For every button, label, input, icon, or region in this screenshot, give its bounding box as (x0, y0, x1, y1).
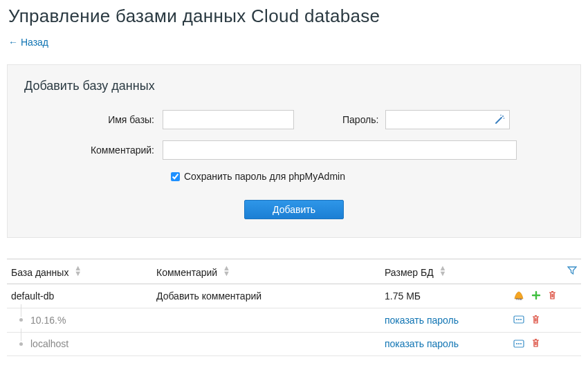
svg-text:PMA: PMA (516, 297, 522, 300)
comment-label: Комментарий: (24, 145, 163, 156)
table-row: default-db Добавить комментарий 1.75 МБ … (7, 284, 581, 308)
svg-point-1 (501, 115, 502, 116)
filter-icon[interactable] (567, 266, 577, 277)
save-password-label: Сохранить пароль для phpMyAdmin (184, 171, 345, 182)
svg-point-10 (518, 343, 520, 344)
svg-point-9 (516, 343, 517, 344)
delete-icon[interactable] (531, 338, 540, 350)
show-password-link[interactable]: показать пароль (385, 315, 459, 326)
databases-table: База данных Комментарий Размер БД (7, 259, 581, 356)
back-link[interactable]: ← Назад (8, 37, 48, 48)
th-database[interactable]: База данных (7, 259, 152, 284)
svg-point-11 (520, 343, 522, 344)
th-size-label: Размер БД (385, 267, 434, 278)
delete-icon[interactable] (548, 290, 557, 302)
db-password-input[interactable] (385, 110, 510, 129)
th-comment[interactable]: Комментарий (152, 259, 380, 284)
db-comment[interactable]: Добавить комментарий (152, 284, 380, 308)
db-name-input[interactable] (163, 110, 294, 129)
save-password-checkbox[interactable] (171, 172, 180, 181)
sort-icon (74, 265, 82, 276)
name-label: Имя базы: (24, 114, 163, 125)
add-db-panel: Добавить базу данных Имя базы: Пароль: (7, 64, 581, 238)
add-db-heading: Добавить базу данных (24, 79, 564, 93)
sort-icon (223, 265, 230, 276)
svg-point-2 (504, 118, 505, 119)
sort-icon (439, 265, 447, 276)
th-actions (505, 259, 581, 284)
svg-point-6 (518, 319, 520, 320)
table-row: 10.16.% показать пароль (7, 308, 581, 332)
add-icon[interactable] (531, 290, 541, 302)
phpmyadmin-icon[interactable]: PMA (513, 290, 524, 302)
show-password-link[interactable]: показать пароль (385, 338, 459, 349)
password-icon[interactable] (513, 339, 524, 350)
add-button[interactable]: Добавить (244, 200, 344, 219)
db-size: 1.75 МБ (380, 284, 505, 308)
host-name: localhost (7, 332, 152, 356)
db-comment-input[interactable] (163, 140, 517, 160)
svg-point-5 (516, 319, 517, 320)
password-icon[interactable] (513, 315, 524, 326)
th-size[interactable]: Размер БД (380, 259, 505, 284)
th-database-label: База данных (11, 267, 68, 278)
svg-point-7 (520, 319, 522, 320)
th-comment-label: Комментарий (156, 267, 217, 278)
table-row: localhost показать пароль (7, 332, 581, 356)
page-title: Управление базами данных Cloud database (8, 6, 581, 27)
svg-point-0 (502, 115, 504, 117)
host-name: 10.16.% (7, 308, 152, 332)
generate-password-icon[interactable] (495, 113, 506, 124)
password-label: Пароль: (342, 114, 385, 125)
delete-icon[interactable] (531, 315, 540, 326)
db-name: default-db (7, 284, 152, 308)
